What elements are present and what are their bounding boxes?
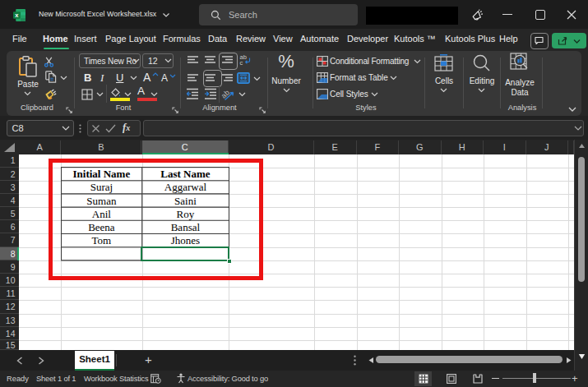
svg-text:c: c: [240, 59, 243, 66]
